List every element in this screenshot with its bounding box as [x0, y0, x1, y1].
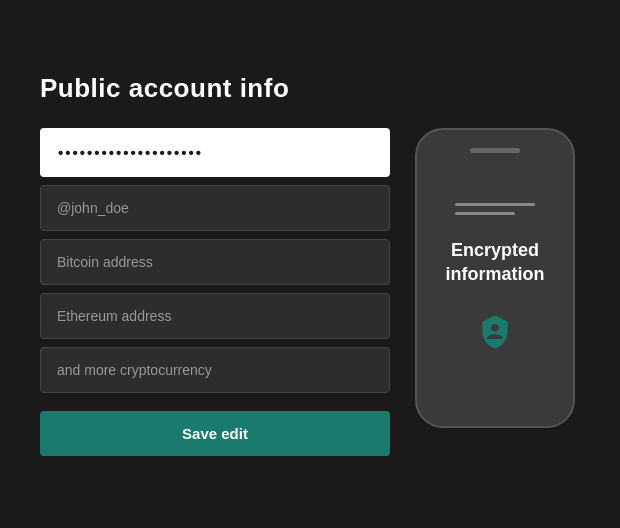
twitter-input[interactable]	[40, 185, 390, 231]
form-panel: Save edit	[40, 128, 390, 456]
phone-line-2	[455, 212, 515, 215]
main-container: Public account info Save edit Encrypted …	[20, 53, 600, 476]
phone-panel: Encrypted information	[410, 128, 580, 428]
page-title: Public account info	[40, 73, 580, 104]
encrypted-information-label: Encrypted information	[437, 239, 553, 286]
save-button[interactable]: Save edit	[40, 411, 390, 456]
bitcoin-input[interactable]	[40, 239, 390, 285]
phone-mockup: Encrypted information	[415, 128, 575, 428]
more-crypto-input[interactable]	[40, 347, 390, 393]
phone-speaker	[470, 148, 520, 153]
content-area: Save edit Encrypted information	[40, 128, 580, 456]
phone-lines	[455, 203, 535, 215]
ethereum-input[interactable]	[40, 293, 390, 339]
username-input[interactable]	[40, 128, 390, 177]
phone-line-1	[455, 203, 535, 206]
shield-icon	[474, 310, 516, 352]
